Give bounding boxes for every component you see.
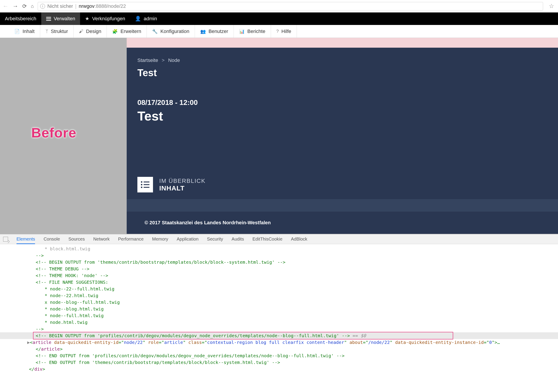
code-line[interactable]: * node--full.html.twig — [0, 312, 558, 319]
browser-toolbar: ← → ⟳ ⌂ i Nicht sicher | nrwgov:8888/nod… — [0, 0, 558, 12]
url-path: /node/22 — [107, 3, 126, 9]
code-line[interactable]: <!-- THEME DEBUG --> — [0, 266, 558, 272]
forward-icon[interactable]: → — [12, 3, 18, 9]
reload-icon[interactable]: ⟳ — [22, 3, 27, 9]
hero-region: Startseite > Node Test 08/17/2018 - 12:0… — [127, 48, 558, 199]
code-line[interactable]: <!-- BEGIN OUTPUT from 'themes/contrib/b… — [0, 259, 558, 266]
address-separator: | — [75, 3, 77, 9]
address-bar[interactable]: i Nicht sicher | nrwgov:8888/node/22 — [38, 2, 543, 10]
code-line[interactable]: * node--22--full.html.twig — [0, 285, 558, 292]
toolbar-help[interactable]: ?Hilfe — [271, 25, 297, 38]
code-line[interactable]: * node.html.twig — [0, 319, 558, 326]
code-line[interactable]: <!-- END OUTPUT from 'themes/contrib/boo… — [0, 359, 558, 366]
insecure-label: Nicht sicher — [47, 3, 73, 9]
toolbar-content[interactable]: 📄Inhalt — [9, 25, 40, 38]
code-line[interactable]: </div> — [0, 366, 558, 372]
admin-workspace[interactable]: Arbeitsbereich — [0, 12, 41, 25]
secondary-toolbar: 📄Inhalt ᛘStruktur 🖌Design 🧩Erweitern 🔧Ko… — [0, 25, 558, 38]
devtools-tab-network[interactable]: Network — [93, 237, 110, 242]
devtools-tabs: Elements Console Sources Network Perform… — [0, 234, 558, 244]
url-host: nrwgov — [79, 3, 95, 9]
hamburger-icon — [46, 17, 51, 21]
devtools-tab-adblock[interactable]: AdBlock — [291, 237, 307, 242]
toolbar-extend[interactable]: 🧩Erweitern — [107, 25, 147, 38]
admin-manage-label: Verwalten — [54, 16, 75, 22]
devtools-tab-application[interactable]: Application — [177, 237, 199, 242]
toolbar-reports[interactable]: 📊Berichte — [234, 25, 271, 38]
list-icon — [137, 177, 153, 192]
devtools-tab-console[interactable]: Console — [44, 237, 60, 242]
devtools-tab-audits[interactable]: Audits — [232, 237, 244, 242]
overview-text: IM ÜBERBLICK INHALT — [159, 177, 206, 192]
code-line[interactable]: <!-- THEME HOOK: 'node' --> — [0, 272, 558, 279]
page-date: 08/17/2018 - 12:00 — [137, 99, 547, 107]
back-icon[interactable]: ← — [3, 3, 9, 9]
brush-icon: 🖌 — [79, 29, 83, 34]
info-icon[interactable]: i — [40, 4, 45, 9]
toolbar-config[interactable]: 🔧Konfiguration — [147, 25, 195, 38]
content-viewport: Before Startseite > Node Test 08/17/2018… — [0, 38, 558, 234]
devtools-panel: Elements Console Sources Network Perform… — [0, 234, 558, 375]
url-port: :8888 — [95, 3, 107, 9]
message-region — [127, 38, 558, 48]
breadcrumb-node[interactable]: Node — [168, 58, 180, 63]
puzzle-icon: 🧩 — [112, 29, 118, 34]
admin-toolbar: Arbeitsbereich Verwalten ★ Verknüpfungen… — [0, 12, 558, 25]
users-icon: 👥 — [200, 29, 206, 34]
overview-bottom: INHALT — [159, 184, 206, 192]
before-annotation: Before — [31, 125, 76, 141]
admin-workspace-label: Arbeitsbereich — [5, 16, 36, 22]
code-line[interactable]: * node--22.html.twig — [0, 292, 558, 299]
left-gutter: Before — [0, 38, 127, 234]
page-title: Test — [137, 67, 547, 78]
help-icon: ? — [276, 29, 279, 34]
devtools-tab-memory[interactable]: Memory — [152, 237, 168, 242]
overview-block: IM ÜBERBLICK INHALT — [137, 177, 206, 192]
overview-top: IM ÜBERBLICK — [159, 177, 206, 184]
admin-shortcuts-label: Verknüpfungen — [92, 16, 125, 22]
devtools-tab-performance[interactable]: Performance — [118, 237, 144, 242]
devtools-tab-elements[interactable]: Elements — [17, 237, 35, 244]
toolbar-design[interactable]: 🖌Design — [74, 25, 107, 38]
code-line-selected[interactable]: <!-- BEGIN OUTPUT from 'profiles/contrib… — [0, 332, 558, 339]
home-icon[interactable]: ⌂ — [31, 3, 34, 9]
code-line[interactable]: --> — [0, 252, 558, 259]
toolbar-structure[interactable]: ᛘStruktur — [40, 25, 74, 38]
breadcrumb-home[interactable]: Startseite — [137, 58, 158, 63]
footer: © 2017 Staatskanzlei des Landes Nordrhei… — [127, 212, 558, 234]
node-title: Test — [137, 108, 547, 123]
page-content: Startseite > Node Test 08/17/2018 - 12:0… — [127, 38, 558, 234]
admin-user-label: admin — [144, 16, 157, 22]
code-line[interactable]: --> — [0, 326, 558, 332]
code-line[interactable]: </article> — [0, 346, 558, 352]
wrench-icon: 🔧 — [152, 29, 158, 34]
code-line-article[interactable]: ▶<article data-quickedit-entity-id="node… — [0, 339, 558, 346]
hero-subbar — [127, 199, 558, 212]
file-icon: 📄 — [14, 29, 20, 34]
footer-copyright: © 2017 Staatskanzlei des Landes Nordrhei… — [145, 220, 271, 226]
chevron-right-icon: > — [162, 58, 165, 63]
devtools-elements-tree[interactable]: * block.html.twig --> <!-- BEGIN OUTPUT … — [0, 244, 558, 375]
admin-shortcuts[interactable]: ★ Verknüpfungen — [80, 12, 130, 25]
code-line[interactable]: <!-- FILE NAME SUGGESTIONS: — [0, 279, 558, 285]
structure-icon: ᛘ — [45, 29, 48, 34]
inspect-icon[interactable] — [3, 237, 8, 242]
toolbar-users[interactable]: 👥Benutzer — [195, 25, 234, 38]
devtools-tab-sources[interactable]: Sources — [69, 237, 85, 242]
user-icon: 👤 — [135, 16, 141, 22]
code-line[interactable]: x node--blog--full.html.twig — [0, 299, 558, 306]
star-icon: ★ — [85, 16, 89, 22]
code-line[interactable]: * block.html.twig — [0, 245, 558, 252]
code-line[interactable]: * node--blog.html.twig — [0, 306, 558, 312]
code-line[interactable]: <!-- END OUTPUT from 'profiles/contrib/d… — [0, 352, 558, 359]
breadcrumb: Startseite > Node — [137, 58, 547, 63]
bookmark-star-icon[interactable]: ☆ — [549, 3, 554, 9]
chart-icon: 📊 — [239, 29, 245, 34]
admin-user[interactable]: 👤 admin — [130, 12, 162, 25]
devtools-tab-editthiscookie[interactable]: EditThisCookie — [253, 237, 283, 242]
devtools-tab-security[interactable]: Security — [207, 237, 223, 242]
admin-manage[interactable]: Verwalten — [41, 12, 80, 25]
